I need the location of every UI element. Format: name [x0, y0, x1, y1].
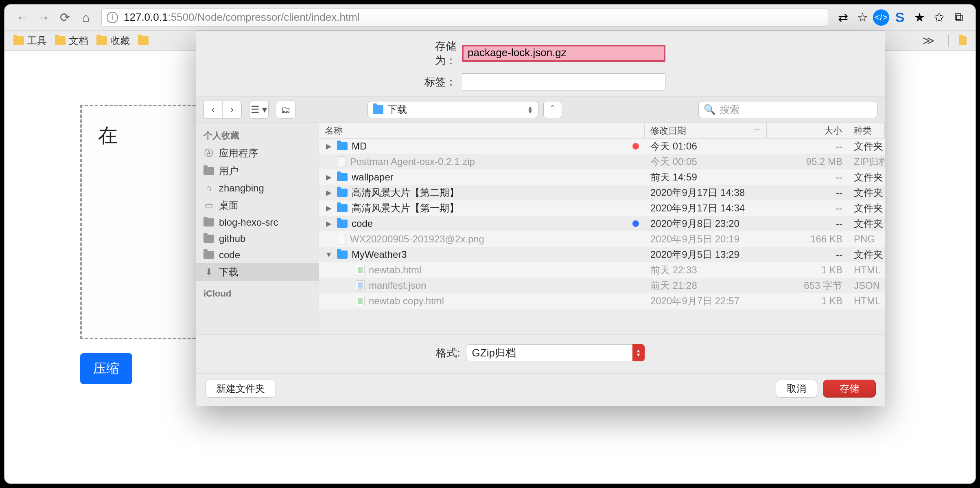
back-button[interactable]: ←: [13, 8, 32, 27]
format-select[interactable]: GZip归档 ▲▼: [466, 344, 645, 361]
save-button[interactable]: 存储: [823, 380, 876, 398]
bookmark-star-icon[interactable]: ☆: [853, 9, 871, 26]
sidebar-item[interactable]: blog-hexo-src: [196, 214, 319, 231]
file-name: newtab copy.html: [369, 295, 444, 307]
translate-icon[interactable]: ⇄: [834, 9, 852, 26]
file-size: 653 字节: [767, 279, 848, 292]
bookmark-folder[interactable]: 收藏: [96, 34, 130, 47]
file-row[interactable]: ▶code2020年9月8日 23:20--文件夹: [319, 216, 885, 231]
cancel-button[interactable]: 取消: [776, 380, 817, 398]
sidebar-item[interactable]: Ⓐ应用程序: [196, 144, 319, 162]
devtools-extension-icon[interactable]: </>: [873, 9, 889, 26]
file-kind: 文件夹: [848, 217, 885, 230]
extension-star-icon[interactable]: ★: [910, 9, 928, 26]
sidebar-item[interactable]: github: [196, 231, 319, 247]
nav-back-forward: ‹ ›: [203, 101, 242, 119]
download-icon: ⬇: [203, 268, 214, 277]
bookmark-folder[interactable]: 文档: [55, 34, 88, 47]
folder-icon: [55, 36, 66, 45]
search-icon: 🔍: [704, 104, 716, 115]
chevron-updown-icon: ▲▼: [527, 106, 533, 114]
file-kind: JSON: [848, 280, 885, 291]
nav-forward-button[interactable]: ›: [223, 101, 241, 118]
disclosure-triangle-icon[interactable]: ▶: [325, 142, 333, 151]
file-row[interactable]: Postman Agent-osx-0.2.1.zip今天 00:0595.2 …: [319, 154, 885, 169]
group-button[interactable]: 🗂: [276, 101, 295, 119]
home-icon: ⌂: [203, 184, 214, 193]
site-info-icon[interactable]: i: [107, 12, 118, 23]
bookmark-folder[interactable]: 工具: [13, 34, 47, 47]
file-row[interactable]: ▼MyWeather32020年9月5日 13:29--文件夹: [319, 247, 885, 262]
compress-button[interactable]: 压缩: [80, 353, 132, 384]
search-input[interactable]: 🔍 搜索: [698, 101, 877, 118]
view-mode-picker[interactable]: ☰ ▾: [249, 101, 269, 119]
extension-starbox-icon[interactable]: ✩: [930, 9, 948, 26]
save-as-input[interactable]: package-lock.json.gz: [462, 45, 665, 62]
new-folder-button[interactable]: 新建文件夹: [205, 380, 276, 398]
file-list[interactable]: ▶MD今天 01:06--文件夹Postman Agent-osx-0.2.1.…: [319, 138, 885, 334]
tags-input[interactable]: [462, 73, 665, 90]
home-button[interactable]: ⌂: [76, 8, 96, 27]
nav-back-button[interactable]: ‹: [204, 101, 223, 118]
disclosure-triangle-icon[interactable]: ▶: [325, 219, 333, 228]
divider: [948, 35, 949, 47]
bookmarks-overflow-icon[interactable]: ≫: [923, 34, 938, 47]
file-size: --: [767, 218, 848, 229]
sidebar-item[interactable]: ▭桌面: [196, 196, 319, 214]
disclosure-triangle-icon[interactable]: ▼: [325, 251, 333, 259]
group-icon[interactable]: 🗂: [276, 101, 295, 118]
file-kind: HTML: [848, 295, 885, 307]
sidebar-section-icloud: iCloud: [196, 286, 319, 301]
chevron-updown-icon: ▲▼: [632, 344, 645, 361]
collapse-button[interactable]: ˄: [543, 101, 562, 118]
file-kind: ZIP归档: [848, 155, 885, 168]
file-name: MD: [352, 141, 367, 152]
disclosure-triangle-icon[interactable]: ▶: [325, 173, 333, 182]
file-row[interactable]: newtab copy.html2020年9月7日 22:571 KBHTML: [319, 293, 885, 309]
reload-button[interactable]: ⟳: [55, 8, 74, 27]
sidebar-item[interactable]: 用户: [196, 162, 319, 180]
address-bar[interactable]: i 127.0.0.1:5500/Node/compressor/client/…: [101, 9, 828, 26]
disclosure-triangle-icon[interactable]: ▶: [325, 204, 333, 213]
folder-icon: [337, 173, 348, 181]
column-kind[interactable]: 种类: [848, 123, 885, 138]
file-size: --: [767, 141, 848, 152]
file-kind: PNG: [848, 233, 885, 245]
column-date[interactable]: 修改日期﹀: [645, 123, 767, 138]
browser-window: ← → ⟳ ⌂ i 127.0.0.1:5500/Node/compressor…: [4, 4, 976, 484]
file-row[interactable]: ▶wallpaper前天 14:59--文件夹: [319, 169, 885, 185]
folder-icon: [337, 204, 348, 212]
disclosure-triangle-icon[interactable]: ▶: [325, 188, 333, 197]
location-select[interactable]: 下载 ▲▼: [368, 101, 538, 118]
folder-icon: [203, 167, 214, 175]
file-kind: 文件夹: [848, 248, 885, 261]
file-row[interactable]: ▶MD今天 01:06--文件夹: [319, 138, 885, 154]
file-date: 前天 14:59: [645, 171, 767, 184]
column-size[interactable]: 大小: [767, 123, 848, 138]
file-size: 1 KB: [767, 295, 848, 307]
file-name: 高清风景大片【第二期】: [352, 186, 459, 199]
file-row[interactable]: ▶高清风景大片【第二期】2020年9月17日 14:38--文件夹: [319, 185, 885, 200]
file-size: 1 KB: [767, 264, 848, 276]
sidebar-item[interactable]: ⌂zhangbing: [196, 180, 319, 196]
file-date: 前天 22:33: [645, 264, 767, 277]
bookmark-folder[interactable]: [138, 36, 149, 45]
file-name: manifest.json: [369, 280, 426, 291]
column-name[interactable]: 名称: [319, 123, 645, 138]
file-date: 2020年9月8日 23:20: [645, 217, 767, 230]
file-row[interactable]: WX20200905-201923@2x.png2020年9月5日 20:191…: [319, 231, 885, 247]
view-list-icon[interactable]: ☰ ▾: [249, 101, 268, 118]
sidebar-item-label: 应用程序: [219, 147, 258, 160]
overflow-icon[interactable]: ⧉: [949, 9, 967, 26]
sidebar-item[interactable]: ⬇下载: [196, 263, 319, 281]
file-row[interactable]: ▶高清风景大片【第一期】2020年9月17日 14:34--文件夹: [319, 200, 885, 216]
file-row[interactable]: manifest.json前天 21:28653 字节JSON: [319, 278, 885, 293]
format-row: 格式: GZip归档 ▲▼: [196, 334, 885, 374]
file-kind: 文件夹: [848, 186, 885, 199]
sidebar-item[interactable]: code: [196, 247, 319, 263]
file-name: WX20200905-201923@2x.png: [350, 233, 484, 245]
extension-s-icon[interactable]: S: [891, 9, 909, 26]
folder-icon[interactable]: [959, 36, 967, 45]
forward-button[interactable]: →: [34, 8, 53, 27]
file-row[interactable]: newtab.html前天 22:331 KBHTML: [319, 262, 885, 278]
